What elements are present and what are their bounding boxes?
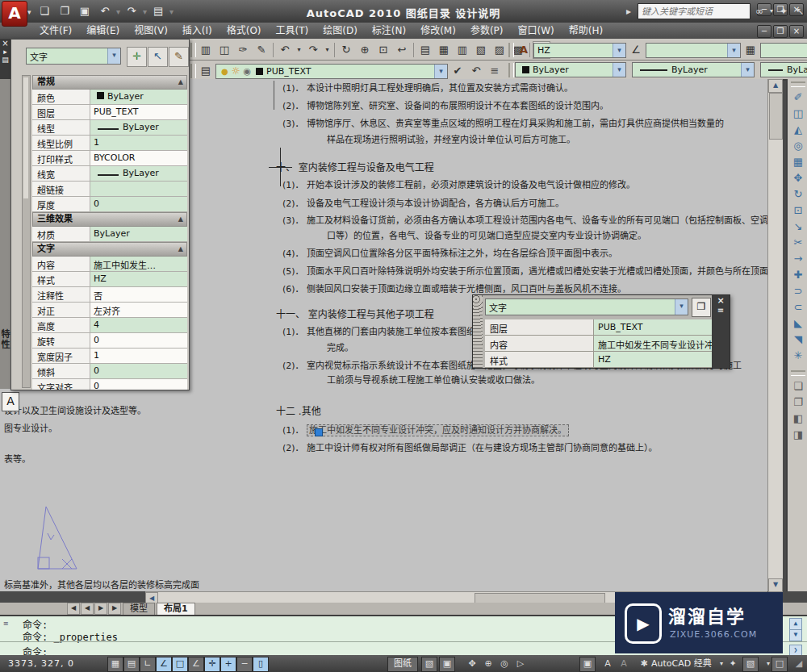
property-value[interactable]: 施工中如发生… — [90, 257, 187, 271]
collapse-icon[interactable]: ▲ — [178, 213, 183, 225]
qp-value[interactable]: HZ — [594, 352, 712, 367]
property-value[interactable]: ByLayer — [90, 120, 187, 135]
search-go-icon[interactable]: ▸ — [621, 4, 636, 19]
send-to-back-icon[interactable]: ❐ — [789, 394, 807, 411]
scale-icon[interactable]: ⊡ — [789, 202, 807, 219]
qp-value[interactable]: PUB_TEXT — [594, 319, 712, 335]
draworder-toolbar-grip[interactable] — [791, 370, 805, 376]
property-value[interactable]: 4 — [90, 318, 187, 332]
palette-scrollbar[interactable] — [22, 75, 31, 388]
undo-toolbar-icon[interactable]: ↶ — [276, 41, 294, 59]
property-value[interactable]: ByLayer — [90, 166, 187, 181]
steeringwheel-icon[interactable]: ◎ — [496, 657, 512, 672]
copy-clip-icon[interactable]: ◫ — [215, 41, 233, 59]
styles-toolbar-grip[interactable] — [508, 43, 514, 57]
qp-value[interactable]: 施工中如发生不同专业设计冲… — [594, 336, 712, 351]
object-type-arrow-icon[interactable]: ▾ — [107, 48, 120, 64]
chamfer-icon[interactable]: ◣ — [789, 315, 807, 332]
palette-menu-icon[interactable]: ▤ — [0, 56, 10, 64]
section-3d-effects[interactable]: 三维效果 ▲ — [32, 212, 187, 227]
new-file-icon[interactable]: ❏ — [36, 2, 53, 20]
open-file-icon[interactable]: ❐ — [56, 2, 73, 20]
collapse-icon[interactable]: ▲ — [178, 243, 183, 255]
properties-palette-icon[interactable]: ▤ — [416, 41, 434, 59]
menu-insert[interactable]: 插入(I) — [175, 23, 220, 39]
palette-close-icon[interactable]: × — [0, 39, 10, 48]
menu-tools[interactable]: 工具(T) — [269, 23, 316, 39]
qp-type-dropdown[interactable]: 文字 ▾ — [485, 298, 688, 315]
property-value[interactable]: 0 — [90, 379, 187, 390]
zoom-realtime-icon[interactable]: ⊕ — [356, 41, 374, 59]
break-icon[interactable]: ⊃ — [789, 283, 807, 299]
properties-toolbar-grip[interactable] — [508, 63, 514, 77]
layer-properties-manager-icon[interactable]: ▤ — [197, 62, 215, 80]
text-style-dropdown[interactable]: HZ ▾ — [533, 43, 626, 58]
dim-style-arrow-icon[interactable]: ▾ — [727, 44, 740, 57]
property-value[interactable]: PUB_TEXT — [90, 105, 187, 119]
ducs-toggle[interactable]: ✛ — [204, 657, 220, 672]
menu-file[interactable]: 文件(F) — [32, 23, 79, 39]
toggle-pickadd-icon[interactable]: ✛ — [127, 47, 147, 67]
property-value[interactable]: 0 — [90, 197, 187, 211]
menu-parametric[interactable]: 参数(P) — [463, 23, 511, 39]
undo-dropdown-icon[interactable]: ▾ — [116, 7, 120, 16]
binoculars-icon[interactable]: ∞ — [752, 4, 767, 19]
application-menu-button[interactable]: A — [2, 1, 27, 27]
showmotion-icon[interactable]: ▷ — [512, 657, 529, 672]
resize-grip-icon[interactable]: ◢ — [791, 657, 807, 672]
subscription-icon[interactable]: ✦ — [776, 4, 791, 19]
drawing-restore-button[interactable]: ❐ — [773, 25, 788, 38]
zoom-previous-icon[interactable]: ↩ — [393, 41, 411, 59]
section-general[interactable]: 常规 ▲ — [32, 75, 187, 90]
layer-lock-icon[interactable]: ◉ — [244, 66, 252, 77]
palette-scrollbar-thumb[interactable] — [23, 77, 28, 198]
menu-draw[interactable]: 绘图(D) — [316, 23, 365, 39]
property-value[interactable]: ByLayer — [90, 227, 187, 241]
redo-button[interactable]: ↷ — [123, 2, 140, 20]
snap-toggle[interactable]: ▦ — [107, 657, 123, 672]
pan-icon[interactable]: ✥ — [464, 657, 480, 672]
erase-icon[interactable]: ✐ — [789, 90, 807, 106]
layer-on-bulb-icon[interactable]: ● — [221, 67, 228, 76]
communication-icon[interactable]: ↖ — [792, 4, 807, 19]
section-text[interactable]: 文字 ▲ — [32, 242, 187, 257]
orbit-icon[interactable]: ↻ — [337, 41, 355, 59]
zoom-window-icon[interactable]: ⊡ — [374, 41, 392, 59]
property-value[interactable]: BYCOLOR — [90, 151, 187, 165]
cleanscreen-icon[interactable]: □ — [771, 657, 788, 672]
menu-window[interactable]: 窗口(W) — [511, 23, 562, 39]
zoom-icon[interactable]: ⊕ — [480, 657, 496, 672]
application-menu-arrow-icon[interactable]: ▾ — [27, 8, 31, 16]
layer-previous-icon[interactable]: ↶ — [467, 62, 485, 80]
quick-view-layouts-icon[interactable]: ▧ — [421, 657, 437, 672]
trim-icon[interactable]: ✂ — [789, 235, 807, 251]
redo-list-arrow-icon[interactable]: ▾ — [323, 41, 332, 59]
bring-to-front-icon[interactable]: ❏ — [789, 378, 807, 394]
toolbar-grip[interactable] — [190, 43, 196, 57]
vertical-scrollbar-thumb[interactable] — [769, 93, 783, 140]
workspace-gear-icon[interactable]: ✱ — [636, 657, 652, 672]
table-style-dropdown[interactable] — [760, 43, 807, 58]
color-dropdown[interactable]: ByLayer ▾ — [515, 62, 626, 77]
property-value[interactable] — [90, 182, 187, 196]
plot-dropdown-icon[interactable]: ▾ — [169, 7, 174, 16]
block-editor-icon[interactable]: ✎ — [253, 41, 270, 59]
quick-properties-grip[interactable] — [473, 295, 483, 368]
modify-toolbar-grip[interactable] — [791, 81, 805, 87]
text-toolbar-button[interactable]: A — [2, 392, 19, 411]
palette-tab-label[interactable]: 特性 — [0, 329, 10, 350]
last-tab-icon[interactable]: ▶ — [108, 603, 121, 615]
display-performance-icon[interactable]: ▧ — [742, 657, 759, 672]
redo-toolbar-icon[interactable]: ↷ — [304, 41, 322, 59]
text-style-arrow-icon[interactable]: ▾ — [613, 44, 625, 57]
rotate-icon[interactable]: ↻ — [789, 186, 807, 202]
toolbar-lock-icon[interactable]: ✦ — [725, 657, 741, 672]
scroll-up-icon[interactable]: ▲ — [768, 79, 783, 93]
property-value[interactable]: 否 — [90, 287, 187, 302]
copy-icon[interactable]: ◫ — [789, 106, 807, 122]
menu-help[interactable]: 帮助(H) — [562, 23, 610, 39]
sheetset-manager-icon[interactable]: ▧ — [472, 41, 490, 59]
menu-edit[interactable]: 编辑(E) — [79, 23, 127, 39]
drawing-close-button[interactable]: × — [789, 25, 804, 38]
plot-icon[interactable]: ▤ — [149, 2, 167, 20]
